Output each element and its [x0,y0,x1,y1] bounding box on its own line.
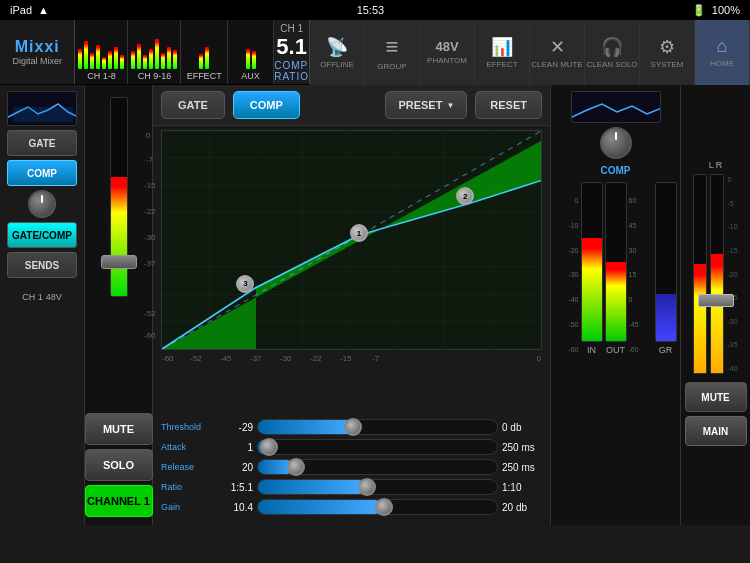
channel-label-area: CH 1 48V [22,290,62,302]
comp-knob[interactable] [28,190,56,218]
channel-info-label: CH 1 [22,292,43,302]
left-mute-button[interactable]: MUTE [85,413,153,445]
release-thumb[interactable] [287,458,305,476]
graph-point-3[interactable]: 3 [236,275,254,293]
nav-icons: 📡 OFFLINE ≡ GROUP 48V PHANTOM 📊 EFFECT ✕… [310,20,750,84]
nav-headphones-btn[interactable]: 🎧 CLEAN SOLO [585,20,640,85]
wifi-icon: ▲ [38,4,49,16]
threshold-slider[interactable] [257,419,498,435]
in-meter-col: IN [581,182,603,355]
attack-thumb[interactable] [260,438,278,456]
release-left-val: 20 [225,462,253,473]
x-axis-22: -22 [310,354,322,363]
strip-label-ch9-16: CH 9-16 [138,71,172,81]
preset-dropdown-icon: ▼ [446,101,454,110]
reset-button[interactable]: RESET [475,91,542,119]
left-channel-button[interactable]: CHANNEL 1 [85,485,153,517]
center-display: CH 1 5.1 COMP RATIO [274,20,310,84]
offline-label: OFFLINE [320,60,354,69]
logo-text: Mixxi [15,38,60,56]
release-slider[interactable] [257,459,498,475]
gain-fill [258,500,382,514]
ch-label: CH 1 [280,23,303,34]
home-icon: ⌂ [717,36,728,57]
left-solo-button[interactable]: SOLO [85,449,153,481]
effect-nav-label: EFFECT [486,60,517,69]
right-meter-r [710,174,724,374]
preset-label: PRESET [398,99,442,111]
right-scale: 0-5-10-15 -20-25-30-35-40 [727,174,737,374]
y-axis-60: -60 [144,331,156,340]
nav-bluetooth-btn[interactable]: ✕ CLEAN MUTE [530,20,585,85]
strip-meters-effect [199,34,209,69]
bluetooth-label: CLEAN MUTE [531,60,583,69]
gain-label: Gain [161,502,221,512]
headphones-label: CLEAN SOLO [586,60,637,69]
x-axis-45: -45 [220,354,232,363]
gain-thumb[interactable] [375,498,393,516]
nav-effect-btn[interactable]: 📊 EFFECT [475,20,530,85]
attack-left-val: 1 [225,442,253,453]
gate-tab-button[interactable]: GATE [161,91,225,119]
threshold-row: Threshold -29 0 db [161,419,542,435]
gate-button[interactable]: GATE [7,130,77,156]
x-axis-15: -15 [340,354,352,363]
attack-label: Attack [161,442,221,452]
tab-buttons: GATE COMP PRESET ▼ RESET [153,85,550,126]
threshold-right-val: 0 db [502,422,542,433]
logo-sub: Digital Mixer [12,56,62,66]
x-axis-52: -52 [190,354,202,363]
right-fader-handle[interactable] [698,294,734,307]
comp-controls: Threshold -29 0 db Attack 1 250 ms [153,415,550,525]
nav-system-btn[interactable]: ⚙ SYSTEM [640,20,695,85]
attack-slider[interactable] [257,439,498,455]
right-comp-label: COMP [601,165,631,176]
preset-button[interactable]: PRESET ▼ [385,91,467,119]
effect-nav-icon: 📊 [491,36,513,58]
right-bottom-buttons: MUTE MAIN [681,378,751,450]
right-meter-l [693,174,707,374]
right-meter-l-fill [694,264,706,373]
nav-strip-ch1-8[interactable]: CH 1-8 [75,20,128,84]
right-mute-button[interactable]: MUTE [685,382,747,412]
ratio-thumb[interactable] [358,478,376,496]
gr-label: GR [659,345,673,355]
ratio-slider[interactable] [257,479,498,495]
center-panel: GATE COMP PRESET ▼ RESET [153,85,550,525]
strip-meters-aux [246,34,256,69]
group-icon: ≡ [386,34,399,60]
nav-phantom-btn[interactable]: 48V PHANTOM [420,20,475,85]
nav-offline-btn[interactable]: 📡 OFFLINE [310,20,365,85]
home-label: HOME [710,59,734,68]
comp-tab-button[interactable]: COMP [233,91,300,119]
nav-home-btn[interactable]: ⌂ HOME [695,20,750,85]
nav-strip-aux[interactable]: AUX [228,20,274,84]
group-label: GROUP [377,62,406,71]
left-fader-handle[interactable] [101,255,137,269]
battery-icon: 🔋 [692,4,706,17]
offline-icon: 📡 [326,36,348,58]
right-main-button[interactable]: MAIN [685,416,747,446]
gain-slider[interactable] [257,499,498,515]
right-comp-knob[interactable] [600,127,632,159]
right-meter-r-fill [711,254,723,373]
attack-row: Attack 1 250 ms [161,439,542,455]
in-label: IN [587,345,596,355]
nav-group-btn[interactable]: ≡ GROUP [365,20,420,85]
comp-button[interactable]: COMP [7,160,77,186]
vu-scale-left: 0 -10 -20 -30 -40 -50 -60 [555,195,579,355]
waveform-display [7,91,77,126]
gate-comp-button[interactable]: GATE/COMP [7,222,77,248]
strip-label-aux: AUX [241,71,260,81]
threshold-thumb[interactable] [344,418,362,436]
out-meter-wrap [605,182,627,342]
ch-desc: COMP RATIO [274,60,309,82]
nav-strip-effect[interactable]: EFFECT [181,20,227,84]
right-meters: COMP 0 -10 -20 -30 -40 -50 -60 IN [550,85,680,525]
strip-label-ch1-8: CH 1-8 [87,71,116,81]
sends-button[interactable]: SENDS [7,252,77,278]
gain-right-val: 20 db [502,502,542,513]
y-axis-0: 0 [146,131,150,140]
nav-strip-ch9-16[interactable]: CH 9-16 [128,20,181,84]
strip-meters-ch1-8 [78,34,124,69]
